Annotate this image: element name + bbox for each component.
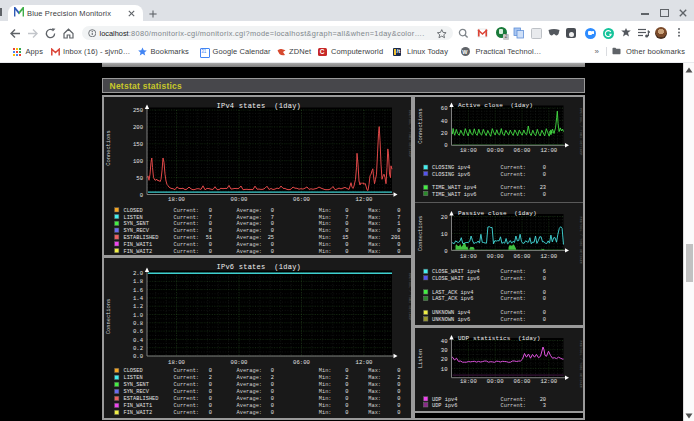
svg-text:Current:: Current: — [174, 382, 199, 388]
svg-text:Max:: Max: — [368, 249, 381, 255]
svg-text:RRDTOOL / TOBI OETIKER: RRDTOOL / TOBI OETIKER — [408, 273, 412, 321]
svg-text:0: 0 — [209, 242, 212, 248]
svg-text:Current:: Current: — [174, 375, 199, 381]
svg-text:250: 250 — [133, 107, 144, 114]
svg-text:7: 7 — [345, 215, 348, 221]
svg-text:SYN_RECV: SYN_RECV — [124, 389, 150, 395]
svg-text:2.0: 2.0 — [133, 270, 144, 277]
svg-text:FIN_WAIT1: FIN_WAIT1 — [124, 242, 153, 248]
svg-text:Average:: Average: — [237, 410, 262, 416]
svg-text:1.6: 1.6 — [133, 286, 143, 293]
svg-text:0.8: 0.8 — [133, 319, 143, 326]
svg-text:Current:: Current: — [174, 221, 199, 227]
svg-text:1.2: 1.2 — [133, 303, 143, 310]
svg-text:Min:: Min: — [319, 215, 332, 221]
svg-text:00:00: 00:00 — [231, 196, 248, 203]
svg-text:60: 60 — [440, 105, 447, 112]
svg-text:100: 100 — [133, 158, 144, 165]
svg-text:0: 0 — [345, 389, 348, 395]
svg-text:0: 0 — [271, 382, 274, 388]
svg-text:0: 0 — [209, 396, 212, 402]
svg-text:Current:: Current: — [174, 249, 199, 255]
svg-text:IPv6 states (1day): IPv6 states (1day) — [217, 262, 302, 270]
svg-text:TIME_WAIT ipv4: TIME_WAIT ipv4 — [432, 185, 477, 191]
svg-text:IPv4 states (1day): IPv4 states (1day) — [217, 102, 302, 110]
svg-text:15: 15 — [342, 235, 348, 241]
svg-text:Current:: Current: — [174, 403, 199, 409]
svg-text:Max:: Max: — [368, 228, 381, 234]
svg-text:51: 51 — [206, 235, 212, 241]
svg-text:Average:: Average: — [237, 221, 262, 227]
svg-text:12:00: 12:00 — [356, 358, 373, 365]
svg-text:50: 50 — [136, 175, 143, 182]
svg-text:0: 0 — [397, 368, 400, 374]
svg-text:Current:: Current: — [174, 215, 199, 221]
svg-text:0: 0 — [271, 396, 274, 402]
svg-text:Average:: Average: — [237, 208, 262, 214]
svg-text:200: 200 — [133, 124, 144, 131]
svg-text:0: 0 — [209, 389, 212, 395]
svg-text:0: 0 — [542, 165, 545, 171]
svg-text:Average:: Average: — [237, 396, 262, 402]
svg-text:0: 0 — [345, 403, 348, 409]
svg-text:0: 0 — [271, 368, 274, 374]
svg-text:0: 0 — [345, 242, 348, 248]
svg-text:Max:: Max: — [368, 368, 381, 374]
svg-text:Min:: Min: — [319, 382, 332, 388]
svg-text:Average:: Average: — [237, 375, 262, 381]
svg-text:Current:: Current: — [500, 296, 525, 302]
svg-text:Average:: Average: — [237, 235, 262, 241]
svg-text:1: 1 — [397, 221, 400, 227]
svg-text:UNKNOWN ipv4: UNKNOWN ipv4 — [432, 310, 470, 316]
svg-text:Max:: Max: — [368, 389, 381, 395]
svg-text:0: 0 — [397, 228, 400, 234]
svg-text:CLOSE_WAIT ipv6: CLOSE_WAIT ipv6 — [432, 275, 480, 281]
svg-text:Connections: Connections — [418, 108, 424, 144]
svg-text:12:00: 12:00 — [540, 147, 557, 154]
svg-text:00:00: 00:00 — [486, 252, 503, 259]
svg-text:7: 7 — [397, 215, 400, 221]
svg-text:LISTEN: LISTEN — [124, 215, 143, 221]
svg-text:SYN_RECV: SYN_RECV — [124, 228, 150, 234]
svg-text:Passive close (1day): Passive close (1day) — [458, 210, 537, 217]
svg-text:06:00: 06:00 — [293, 358, 310, 365]
svg-text:Max:: Max: — [368, 235, 381, 241]
svg-text:18:00: 18:00 — [460, 377, 477, 384]
svg-text:0: 0 — [542, 275, 545, 281]
svg-text:0.2: 0.2 — [133, 344, 143, 351]
svg-text:40: 40 — [440, 337, 447, 344]
svg-text:0: 0 — [397, 403, 400, 409]
svg-text:2: 2 — [209, 375, 212, 381]
svg-text:0: 0 — [271, 410, 274, 416]
svg-text:0: 0 — [271, 249, 274, 255]
svg-text:0: 0 — [345, 382, 348, 388]
svg-text:UDP ipv6: UDP ipv6 — [432, 402, 457, 408]
svg-text:0: 0 — [345, 249, 348, 255]
svg-text:Min:: Min: — [319, 208, 332, 214]
svg-text:0: 0 — [209, 410, 212, 416]
svg-text:CLOSE_WAIT ipv4: CLOSE_WAIT ipv4 — [432, 269, 480, 275]
svg-text:0: 0 — [345, 228, 348, 234]
svg-text:06:00: 06:00 — [293, 196, 310, 203]
svg-text:0: 0 — [209, 249, 212, 255]
svg-text:Average:: Average: — [237, 242, 262, 248]
svg-text:Min:: Min: — [319, 242, 332, 248]
svg-text:10: 10 — [440, 230, 447, 237]
svg-text:Min:: Min: — [319, 368, 332, 374]
svg-text:ESTABLISHED: ESTABLISHED — [124, 235, 159, 241]
svg-text:Current:: Current: — [500, 275, 525, 281]
svg-text:0: 0 — [209, 208, 212, 214]
svg-text:Max:: Max: — [368, 242, 381, 248]
svg-text:0: 0 — [345, 221, 348, 227]
svg-text:CLOSING ipv4: CLOSING ipv4 — [432, 165, 470, 171]
svg-text:12:00: 12:00 — [356, 196, 373, 203]
svg-text:30: 30 — [440, 346, 447, 353]
svg-text:FIN_WAIT1: FIN_WAIT1 — [124, 403, 153, 409]
svg-text:0: 0 — [397, 249, 400, 255]
svg-text:Min:: Min: — [319, 403, 332, 409]
svg-text:FIN_WAIT2: FIN_WAIT2 — [124, 410, 153, 416]
svg-text:Average:: Average: — [237, 389, 262, 395]
svg-text:Average:: Average: — [237, 249, 262, 255]
svg-text:6: 6 — [542, 269, 545, 275]
svg-text:Min:: Min: — [319, 228, 332, 234]
